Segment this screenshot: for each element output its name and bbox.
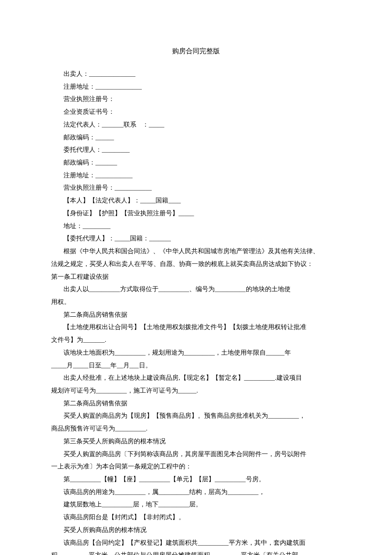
text-line: 第__________【幢】【座】__________【单元】【层】______… (51, 473, 341, 486)
text-line: 地址：_________ (51, 220, 341, 233)
text-line: 文件号】为_______. (51, 334, 341, 347)
text-line: 商品房预售许可证号为__________. (51, 422, 341, 435)
text-line: _____月_____日至___年__月___日。 (51, 359, 341, 372)
text-line: 第二条商品房销售依据 (51, 397, 341, 410)
text-line: 委托代理人：_________ (51, 144, 341, 156)
text-line: 企业资质证书号： (51, 106, 341, 119)
text-line: 法定代表人：_______联系 ：_____ (51, 119, 341, 131)
text-line: 营业执照注册号：____________ (51, 182, 341, 194)
text-line: 买受人购置的商品房〔下列简称该商品房，其房屋平面图见本合同附件一，房号以附件 (51, 448, 341, 461)
text-line: 【身份证】【护照】【营业执照注册号】_____ (51, 207, 341, 220)
text-line: 一上表示为准〕为本合同第一条规定的工程中的： (51, 460, 341, 473)
text-line: 该地块土地面积为__________，规划用途为__________，土地使用年… (51, 347, 341, 359)
text-line: 出卖人经批准，在上述地块上建设商品房,【现定名】【暂定名】__________.… (51, 372, 341, 384)
text-line: 该商品房阳台是【封闭式】【非封闭式】。 (51, 511, 341, 524)
text-line: 第一条工程建设依据 (51, 271, 341, 283)
text-line: 第二条商品房销售依据 (51, 309, 341, 321)
text-line: 根据《中华人民共和国合同法》、《中华人民共和国城市房地产管理法》及其他有关法律、 (51, 245, 341, 258)
text-line: 该商品房的用途为__________，属__________结构，层高为____… (51, 486, 341, 499)
document-body: 出卖人：_______________注册地址：_______________营… (51, 68, 341, 555)
text-line: 【本人】【法定代表人】：_____国籍____ (51, 194, 341, 207)
text-line: 营业执照注册号： (51, 93, 341, 106)
text-line: 规划许可证号为__________，施工许可证号为______. (51, 384, 341, 397)
text-line: 【土地使用权出让合同号】【土地使用权划拨批准文件号】【划拨土地使用权转让批准 (51, 321, 341, 334)
text-line: 积__________平方米，公共部位与公用房屋分摊建筑面积__________… (51, 549, 341, 555)
text-line: 买受人所购商品房的根本情况 (51, 524, 341, 537)
text-line: 用权。 (51, 296, 341, 309)
text-line: 【委托代理人】：_____国籍：_______ (51, 232, 341, 245)
document-title: 购房合同完整版 (51, 47, 341, 56)
text-line: 出卖人以__________方式取得位于__________、编号为______… (51, 283, 341, 296)
text-line: 注册地址：_______________ (51, 81, 341, 93)
document-page: 购房合同完整版 出卖人：_______________注册地址：________… (0, 0, 392, 555)
text-line: 该商品房【合同约定】【产权登记】建筑面积共__________平方米，其中，套内… (51, 537, 341, 549)
text-line: 注册地址：____________ (51, 169, 341, 182)
text-line: 建筑层数地上__________层，地下__________层。 (51, 498, 341, 511)
text-line: 法规之规定，买受人和出卖人在平等、自愿、协商一致的根底上就买卖商品房达成如下协议… (51, 258, 341, 271)
text-line: 第三条买受人所购商品房的根本情况 (51, 435, 341, 448)
text-line: 买受人购置的商品房为【现房】【预售商品房】。预售商品房批准机关为________… (51, 410, 341, 422)
text-line: 邮政编码：_______ (51, 156, 341, 169)
text-line: 邮政编码：______ (51, 131, 341, 144)
text-line: 出卖人：_______________ (51, 68, 341, 81)
